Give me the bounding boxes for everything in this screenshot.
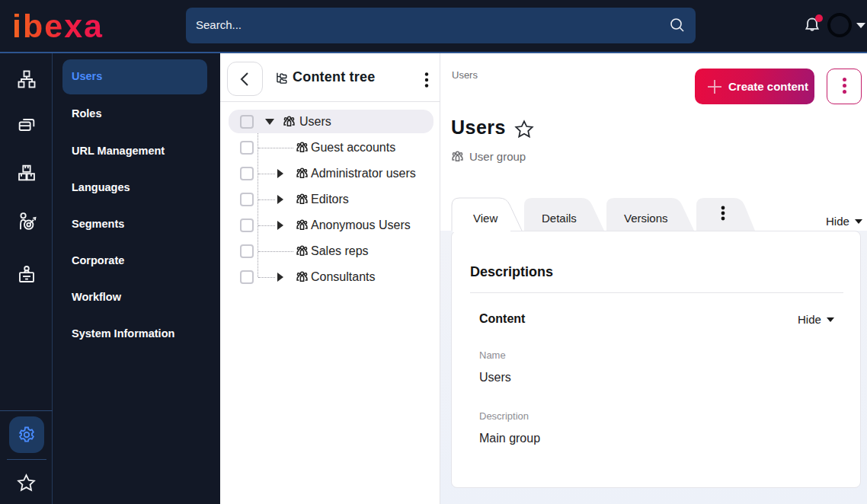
svg-text:Versions: Versions	[624, 212, 668, 225]
svg-text:View: View	[473, 212, 497, 225]
svg-text:Details: Details	[542, 212, 577, 225]
